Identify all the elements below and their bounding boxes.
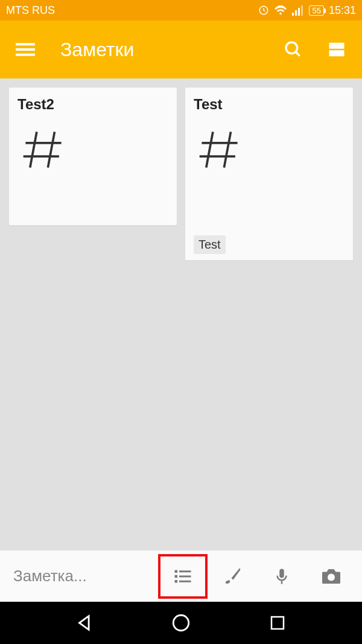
carrier-label: MTS RUS <box>6 4 55 17</box>
svg-rect-23 <box>179 575 191 577</box>
quick-note-bar: Заметка... <box>0 550 362 602</box>
svg-line-16 <box>206 132 213 167</box>
search-icon <box>284 40 303 59</box>
svg-line-17 <box>224 132 230 167</box>
notes-grid: Test2 Test Test <box>0 78 362 550</box>
svg-rect-30 <box>272 617 284 629</box>
svg-rect-5 <box>16 43 35 45</box>
note-card[interactable]: Test2 <box>8 87 177 226</box>
svg-rect-21 <box>179 570 191 572</box>
note-title: Test2 <box>17 96 168 113</box>
note-label: Test <box>194 235 226 254</box>
note-title: Test <box>194 96 345 113</box>
new-audio-button[interactable] <box>257 554 306 599</box>
search-button[interactable] <box>279 35 308 64</box>
hamburger-icon <box>16 40 35 59</box>
camera-icon <box>320 567 342 586</box>
hash-icon <box>21 127 66 172</box>
hash-icon <box>197 127 242 172</box>
view-toggle-button[interactable] <box>322 35 351 64</box>
recents-button[interactable] <box>259 605 296 641</box>
svg-rect-6 <box>16 48 35 51</box>
new-list-button[interactable] <box>158 554 208 599</box>
square-recents-icon <box>268 614 287 632</box>
svg-rect-20 <box>175 570 178 573</box>
back-button[interactable] <box>66 605 103 641</box>
svg-rect-1 <box>292 13 294 16</box>
svg-rect-22 <box>175 575 178 578</box>
mic-icon <box>273 566 291 587</box>
signal-icon <box>292 5 304 16</box>
new-note-input[interactable]: Заметка... <box>13 567 158 585</box>
new-photo-button[interactable] <box>306 554 356 599</box>
list-icon <box>172 566 194 587</box>
status-icons: 55 15:31 <box>258 4 356 17</box>
circle-home-icon <box>171 613 191 633</box>
triangle-back-icon <box>74 613 95 633</box>
wifi-icon <box>274 5 287 16</box>
svg-rect-26 <box>279 569 284 578</box>
time-label: 15:31 <box>329 4 356 17</box>
svg-rect-4 <box>301 5 303 16</box>
status-bar: MTS RUS 55 15:31 <box>0 0 362 21</box>
new-drawing-button[interactable] <box>208 554 257 599</box>
svg-rect-2 <box>295 10 297 16</box>
svg-line-12 <box>30 132 37 167</box>
app-bar: Заметки <box>0 21 362 78</box>
menu-button[interactable] <box>11 35 40 64</box>
battery-icon: 55 <box>309 5 323 16</box>
clock-circle-icon <box>258 5 269 16</box>
page-title: Заметки <box>60 39 279 61</box>
svg-rect-24 <box>175 580 178 583</box>
svg-rect-10 <box>329 43 345 49</box>
home-button[interactable] <box>163 605 199 641</box>
svg-rect-7 <box>16 54 35 56</box>
svg-rect-11 <box>329 50 345 56</box>
svg-point-29 <box>173 615 189 631</box>
svg-rect-3 <box>298 8 300 16</box>
svg-point-28 <box>328 573 335 581</box>
svg-rect-27 <box>281 581 283 584</box>
brush-icon <box>222 566 243 587</box>
note-card[interactable]: Test Test <box>185 87 354 261</box>
svg-line-13 <box>48 132 54 167</box>
svg-point-8 <box>286 42 297 54</box>
svg-line-9 <box>296 52 300 56</box>
system-nav-bar <box>0 602 362 644</box>
svg-rect-25 <box>179 580 191 582</box>
agenda-view-icon <box>328 40 346 59</box>
